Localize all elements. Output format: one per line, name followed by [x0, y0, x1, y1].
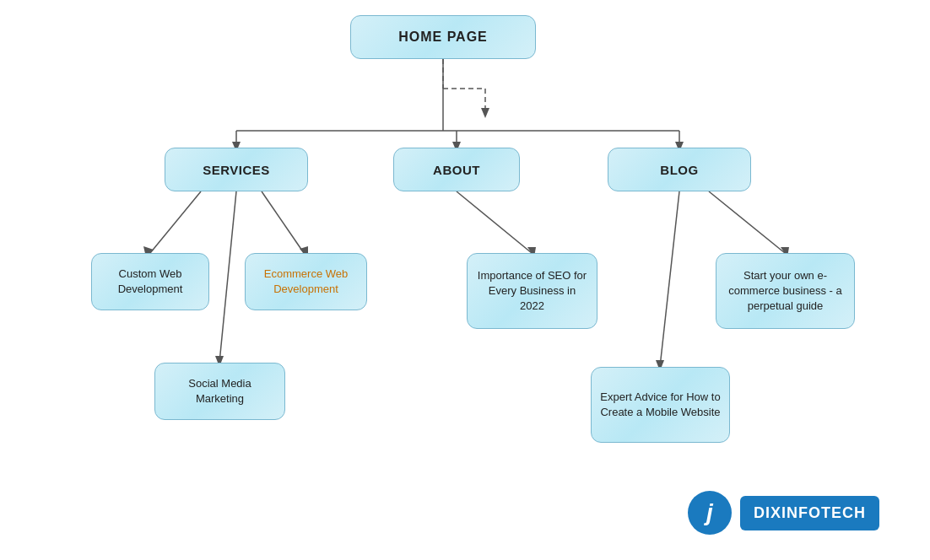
- svg-line-20: [709, 191, 785, 253]
- mobile-website-node: Expert Advice for How to Create a Mobile…: [591, 367, 730, 443]
- social-media-node: Social Media Marketing: [154, 363, 285, 420]
- svg-line-22: [660, 191, 679, 367]
- svg-line-16: [219, 191, 236, 363]
- diagram-container: HOME PAGE SERVICES ABOUT BLOG Custom Web…: [0, 0, 930, 560]
- ecommerce-web-node: Ecommerce Web Development: [245, 253, 367, 310]
- ecommerce-guide-node: Start your own e-commerce business - a p…: [716, 253, 855, 329]
- svg-marker-3: [481, 108, 489, 118]
- blog-node: BLOG: [608, 148, 751, 191]
- services-node: SERVICES: [165, 148, 308, 191]
- homepage-node: HOME PAGE: [350, 15, 536, 59]
- seo-importance-node: Importance of SEO for Every Business in …: [467, 253, 597, 329]
- svg-line-14: [262, 191, 304, 253]
- watermark: j DIXINFOTECH: [688, 491, 879, 535]
- svg-line-18: [457, 191, 532, 253]
- about-node: ABOUT: [393, 148, 520, 191]
- custom-web-node: Custom Web Development: [91, 253, 209, 310]
- svg-line-12: [150, 191, 201, 253]
- company-logo-icon: j: [688, 491, 732, 535]
- company-name: DIXINFOTECH: [740, 496, 879, 530]
